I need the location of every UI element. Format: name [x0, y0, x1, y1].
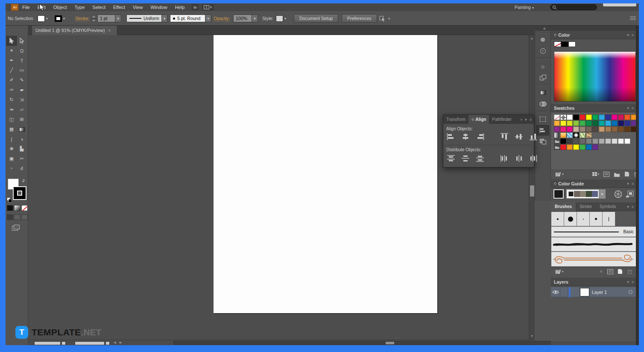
color-spectrum[interactable]: [554, 51, 636, 102]
vertical-align-bottom-icon[interactable]: [528, 132, 539, 141]
gradient-mode-button[interactable]: [14, 205, 20, 211]
panel-overflow-icon[interactable]: »: [520, 117, 522, 122]
draw-behind-button[interactable]: [14, 214, 20, 220]
swatch[interactable]: [560, 132, 566, 138]
collapse-panels-icon[interactable]: «: [543, 26, 546, 31]
shape-builder-tool[interactable]: ◫: [6, 114, 17, 124]
swatch[interactable]: [592, 126, 598, 132]
white-chip[interactable]: [568, 41, 576, 47]
line-segment-tool[interactable]: ╱: [6, 65, 17, 75]
horizontal-scrollbar[interactable]: [173, 341, 556, 345]
arrow-pattern-brush-row[interactable]: [551, 252, 636, 267]
eyedropper-tool[interactable]: ʃ: [6, 134, 17, 144]
swatch[interactable]: [592, 138, 598, 144]
vertical-distribute-bottom-icon[interactable]: [475, 154, 485, 163]
swatch-options-icon[interactable]: [603, 172, 609, 177]
cs-live-button[interactable]: [603, 3, 636, 6]
swatch[interactable]: [560, 144, 566, 150]
swatch[interactable]: [573, 126, 579, 132]
magic-wand-tool[interactable]: ✶: [6, 46, 17, 56]
info-panel-icon[interactable]: i: [536, 46, 549, 56]
menu-file[interactable]: File: [18, 5, 34, 10]
panel-menu-lines-icon[interactable]: ≡: [632, 205, 634, 209]
swatch[interactable]: [592, 144, 598, 150]
swatch[interactable]: [554, 126, 560, 132]
swatch[interactable]: [586, 144, 592, 150]
navigator-panel-icon[interactable]: ☸: [536, 35, 549, 45]
brush-definition-combo[interactable]: 5 pt. Round ▾: [170, 11, 211, 26]
mesh-tool[interactable]: ▦: [6, 124, 17, 134]
swatch-libraries-icon[interactable]: ▾: [555, 171, 564, 177]
caret-down-icon[interactable]: ▾: [115, 15, 121, 22]
layer-target-icon[interactable]: [629, 290, 632, 294]
panel-menu-icon[interactable]: ▾: [627, 280, 629, 284]
horizontal-distribute-center-icon[interactable]: [514, 154, 524, 163]
column-graph-tool[interactable]: ▙: [17, 144, 27, 154]
direct-selection-tool[interactable]: [17, 36, 27, 46]
draw-normal-button[interactable]: [7, 214, 13, 220]
artboards-panel-icon[interactable]: [536, 72, 549, 82]
calligraphic-brush[interactable]: [603, 212, 615, 226]
type-tool[interactable]: T: [17, 56, 27, 65]
tab-pathfinder[interactable]: Pathfinder: [489, 115, 515, 124]
horizontal-align-center-icon[interactable]: [460, 132, 471, 141]
swatch[interactable]: [605, 114, 611, 120]
panel-menu-icon[interactable]: ▾: [525, 117, 527, 122]
calligraphic-brush[interactable]: [551, 212, 564, 226]
free-transform-tool[interactable]: ▱: [17, 105, 27, 114]
horizontal-distribute-right-icon[interactable]: [528, 154, 539, 163]
panel-menu-icon[interactable]: ▾: [627, 205, 629, 209]
symbol-sprayer-tool[interactable]: ❋: [6, 144, 17, 154]
edit-colors-icon[interactable]: [614, 190, 622, 200]
new-swatch-icon[interactable]: [624, 171, 629, 177]
pencil-tool[interactable]: ✎: [17, 75, 27, 85]
document-tab[interactable]: Untitled 1 @ 91% (CMYK/Preview) ×: [32, 26, 117, 35]
zoom-level-dropdown[interactable]: [34, 341, 61, 345]
swatch[interactable]: [580, 120, 585, 126]
swatch[interactable]: [612, 114, 618, 120]
scroll-up-icon[interactable]: ▲: [529, 35, 535, 41]
swatch[interactable]: [560, 126, 566, 132]
swatch[interactable]: [624, 120, 630, 126]
graphic-style-dropdown[interactable]: ▾: [276, 11, 286, 26]
swatch[interactable]: [624, 126, 630, 132]
swatch[interactable]: [586, 138, 592, 144]
gradient-panel-icon[interactable]: [536, 88, 549, 98]
draw-inside-button[interactable]: [21, 214, 28, 220]
menu-window[interactable]: Window: [147, 5, 171, 10]
stroke-panel-link[interactable]: Stroke:: [75, 11, 89, 26]
panel-menu-lines-icon[interactable]: ≡: [632, 182, 634, 186]
pen-tool[interactable]: ✒: [6, 56, 17, 65]
swatch-group-folder-icon[interactable]: [554, 144, 560, 150]
swatch[interactable]: [560, 120, 566, 126]
swatch[interactable]: [567, 126, 573, 132]
scroll-down-icon[interactable]: ▼: [529, 333, 535, 339]
swatch[interactable]: [599, 126, 605, 132]
preferences-button[interactable]: Preferences: [342, 11, 377, 26]
swatch[interactable]: [586, 126, 592, 132]
swatch[interactable]: [586, 132, 592, 138]
vertical-scroll-thumb[interactable]: [530, 185, 534, 197]
rotate-tool[interactable]: ↻: [6, 95, 17, 105]
menu-object[interactable]: Object: [50, 5, 71, 10]
scale-tool[interactable]: ⇲: [17, 95, 27, 105]
horizontal-align-left-icon[interactable]: [446, 132, 456, 141]
tools-panel-grip[interactable]: [6, 28, 28, 29]
layer-visibility-toggle[interactable]: [551, 287, 560, 297]
swatch[interactable]: [586, 114, 592, 120]
artboard-tool[interactable]: ▣: [6, 154, 17, 164]
swatch[interactable]: [567, 114, 573, 120]
delete-brush-icon[interactable]: [627, 269, 632, 274]
menu-help[interactable]: Help: [171, 5, 189, 10]
swatch[interactable]: [599, 138, 605, 144]
basic-brush-row[interactable]: Basic: [551, 226, 636, 237]
gradient-tool[interactable]: [17, 124, 27, 134]
zoom-caret[interactable]: [61, 341, 66, 345]
swatch[interactable]: [618, 120, 624, 126]
tab-transform[interactable]: Transform: [443, 115, 468, 124]
panel-menu-lines-icon[interactable]: ≡: [632, 106, 634, 110]
eraser-tool[interactable]: ▰: [17, 85, 27, 95]
swatch[interactable]: [618, 114, 624, 120]
bridge-button[interactable]: Br: [192, 4, 199, 10]
swatch[interactable]: [554, 132, 560, 138]
